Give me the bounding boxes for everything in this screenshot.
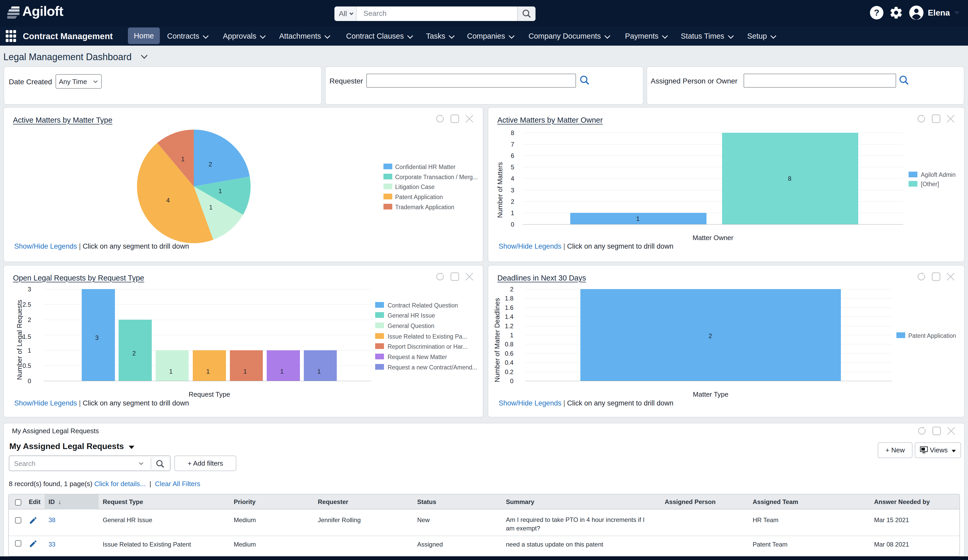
svg-text:?: ? — [874, 8, 880, 17]
